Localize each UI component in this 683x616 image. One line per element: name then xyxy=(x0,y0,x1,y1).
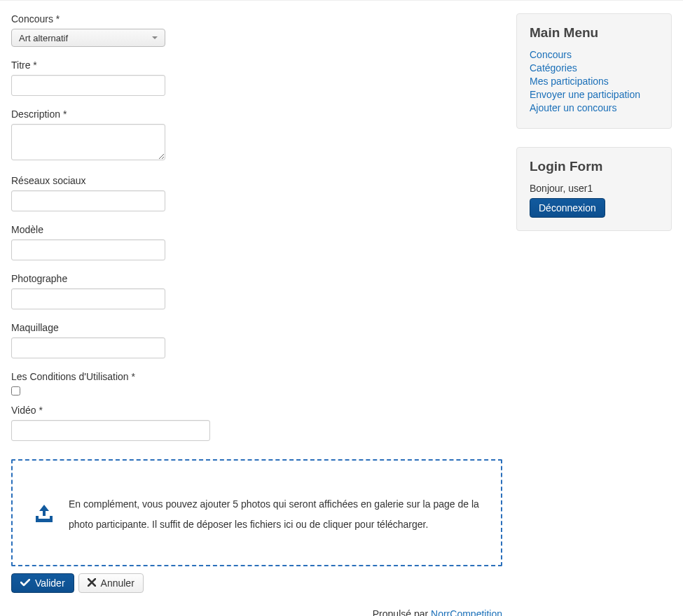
label-concours: Concours * xyxy=(11,13,502,24)
menu-item-ajouter[interactable]: Ajouter un concours xyxy=(530,102,617,113)
field-description: Description * xyxy=(11,108,502,162)
input-maquillage[interactable] xyxy=(11,337,165,358)
submit-button-label: Valider xyxy=(35,578,65,589)
dropzone-text: En complément, vous pouvez ajouter 5 pho… xyxy=(69,494,480,536)
input-reseaux[interactable] xyxy=(11,190,165,211)
input-photographe[interactable] xyxy=(11,288,165,309)
chevron-down-icon xyxy=(152,36,158,39)
label-photographe: Photographe xyxy=(11,273,502,284)
form-area: Concours * Art alternatif Titre * Descri… xyxy=(11,13,502,616)
sidebar: Main Menu Concours Catégories Mes partic… xyxy=(516,13,672,616)
field-reseaux: Réseaux sociaux xyxy=(11,175,502,211)
logout-button-label: Déconnexion xyxy=(539,202,596,214)
menu-item-categories[interactable]: Catégories xyxy=(530,62,577,74)
input-video[interactable] xyxy=(11,420,210,441)
cancel-button-label: Annuler xyxy=(101,578,134,589)
menu-item-participations[interactable]: Mes participations xyxy=(530,76,609,87)
field-photographe: Photographe xyxy=(11,273,502,309)
label-titre: Titre * xyxy=(11,59,502,71)
label-maquillage: Maquillage xyxy=(11,322,502,333)
select-concours-value: Art alternatif xyxy=(19,33,68,43)
login-title: Login Form xyxy=(530,159,658,174)
input-description[interactable] xyxy=(11,124,165,160)
svg-rect-2 xyxy=(50,516,53,519)
login-panel: Login Form Bonjour, user1 Déconnexion xyxy=(516,147,672,231)
upload-icon xyxy=(34,505,55,525)
field-titre: Titre * xyxy=(11,59,502,96)
menu-item-concours[interactable]: Concours xyxy=(530,49,572,60)
select-concours[interactable]: Art alternatif xyxy=(11,29,165,47)
cancel-button[interactable]: Annuler xyxy=(78,573,144,593)
submit-button[interactable]: Valider xyxy=(11,573,74,593)
field-concours: Concours * Art alternatif xyxy=(11,13,502,47)
field-video: Vidéo * xyxy=(11,405,502,441)
footer-link[interactable]: NorrCompetition xyxy=(431,608,502,616)
login-greeting: Bonjour, user1 xyxy=(530,183,658,194)
field-modele: Modèle xyxy=(11,224,502,260)
check-icon xyxy=(20,578,30,589)
checkbox-conditions[interactable] xyxy=(11,386,20,396)
main-menu-title: Main Menu xyxy=(530,25,658,41)
field-conditions: Les Conditions d'Utilisation * xyxy=(11,371,502,398)
button-row: Valider Annuler xyxy=(11,573,502,593)
label-description: Description * xyxy=(11,108,502,120)
footer: Propulsé par NorrCompetition xyxy=(11,608,502,616)
upload-dropzone[interactable]: En complément, vous pouvez ajouter 5 pho… xyxy=(11,459,502,566)
label-conditions: Les Conditions d'Utilisation * xyxy=(11,371,502,382)
input-titre[interactable] xyxy=(11,75,165,96)
main-menu-panel: Main Menu Concours Catégories Mes partic… xyxy=(516,13,672,129)
svg-rect-1 xyxy=(36,516,39,519)
main-menu-list: Concours Catégories Mes participations E… xyxy=(530,49,658,113)
footer-prefix: Propulsé par xyxy=(373,608,431,616)
field-maquillage: Maquillage xyxy=(11,322,502,358)
logout-button[interactable]: Déconnexion xyxy=(530,198,605,218)
menu-item-envoyer[interactable]: Envoyer une participation xyxy=(530,89,640,100)
label-modele: Modèle xyxy=(11,224,502,235)
close-icon xyxy=(88,578,96,589)
label-reseaux: Réseaux sociaux xyxy=(11,175,502,186)
input-modele[interactable] xyxy=(11,239,165,260)
label-video: Vidéo * xyxy=(11,405,502,416)
